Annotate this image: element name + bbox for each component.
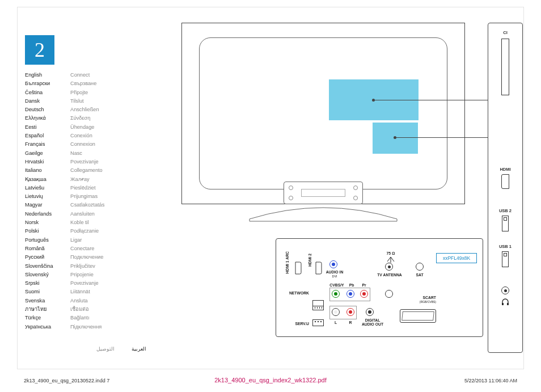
callout-line (395, 137, 498, 138)
rear-connector-panel: HDMI 1 ARC HDMI 2 AUDIO IN DVI 75 Ω TV A… (276, 238, 483, 337)
language-name: Magyar (25, 201, 70, 209)
callout-line (374, 100, 498, 100)
language-word: Aansluiten (70, 210, 95, 218)
language-row: DanskTilslut (25, 97, 144, 106)
language-word: Connexion (70, 140, 95, 149)
arabic-word: التوصيل (96, 346, 115, 352)
cvbs-port (332, 290, 340, 298)
language-word: Conectare (70, 245, 94, 253)
language-name: Українська (25, 323, 70, 331)
language-row: ภาษาไทยเชื่อมต่อ (25, 305, 144, 314)
language-name: Deutsch (25, 106, 70, 114)
language-name: English (25, 71, 70, 79)
language-word: Ligar (70, 236, 82, 245)
language-name: Slovenský (25, 271, 70, 279)
language-word: Podłączanie (70, 227, 99, 235)
sat-port (416, 263, 424, 271)
language-row: DeutschAnschließen (25, 106, 144, 114)
language-name: Русский (25, 253, 70, 262)
language-name: ภาษาไทย (25, 305, 70, 314)
language-row: NorskKoble til (25, 218, 144, 227)
hdmi1-port (295, 262, 302, 275)
language-word: Подключение (70, 253, 103, 262)
scart-label: SCART (RGB/CVBS) (408, 296, 436, 304)
ethernet-port (312, 300, 324, 310)
language-name: Български (25, 79, 70, 88)
audio-in-sub-label: DVI (325, 275, 344, 278)
language-name: Қазақша (25, 175, 70, 184)
language-row: EspañolConexión (25, 132, 144, 140)
language-name: Hrvatski (25, 158, 70, 166)
digital-audio-port (366, 308, 374, 316)
language-word: เชื่อมต่อ (70, 305, 89, 314)
svg-rect-1 (507, 303, 509, 305)
usb1-port (502, 251, 509, 267)
language-name: Polski (25, 227, 70, 235)
language-word: Priključitev (70, 262, 95, 271)
arabic-lang: العربية (132, 346, 146, 352)
language-row: LatviešuPieslēdziet (25, 184, 144, 192)
language-row: SuomiLiitännät (25, 288, 144, 296)
language-row: NederlandsAansluiten (25, 210, 144, 218)
tv-outline (181, 23, 465, 204)
audio-in-port (329, 260, 337, 268)
sat-label: SAT (411, 273, 428, 277)
headphone-icon (488, 298, 522, 307)
language-name: Français (25, 140, 70, 149)
language-row: SlovenskýPripojenie (25, 271, 144, 279)
usb1-label: USB 1 (488, 244, 522, 249)
language-row: ItalianoCollegamento (25, 166, 144, 175)
tv-antenna-label: TV ANTENNA (374, 273, 405, 277)
language-name: Türkçe (25, 314, 70, 322)
language-row: ҚазақшаЖалғау (25, 175, 144, 184)
language-name: Português (25, 236, 70, 245)
antenna-ohm-label: 75 Ω (379, 251, 402, 255)
language-word: Ühendage (70, 123, 94, 132)
step-number: 2 (35, 38, 45, 62)
language-name: Srpski (25, 279, 70, 288)
language-row: EnglishConnect (25, 71, 144, 79)
language-row: БългарскиСвързване (25, 79, 144, 88)
language-word: Connect (70, 71, 90, 79)
language-word: Koble til (70, 218, 89, 227)
language-table: EnglishConnectБългарскиСвързванеČeštinaP… (25, 71, 144, 331)
tv-stand-neck (284, 182, 363, 204)
servu-label: SERV.U (286, 322, 309, 326)
language-name: Slovenščina (25, 262, 70, 271)
language-word: Liitännät (70, 288, 90, 296)
language-row: SlovenščinaPriključitev (25, 262, 144, 271)
antenna-port (385, 263, 393, 271)
language-name: Svenska (25, 297, 70, 305)
language-word: Povezivanje (70, 158, 99, 166)
pb-port (346, 290, 354, 298)
language-row: GaeilgeNasc (25, 149, 144, 158)
usb2-label: USB 2 (488, 208, 522, 213)
language-word: Připojte (70, 88, 88, 97)
language-word: Підключення (70, 323, 102, 331)
language-name: Norsk (25, 218, 70, 227)
language-word: Prijungimas (70, 192, 98, 201)
language-word: Свързване (70, 79, 96, 88)
digital-audio-label: DIGITAL AUDIO OUT (360, 318, 385, 326)
audio-l-label: L (332, 321, 340, 324)
hdmi2-label: HDMI 2 (308, 254, 312, 267)
scart-port (400, 309, 436, 323)
language-row: УкраїнськаПідключення (25, 323, 144, 331)
pr-port (360, 290, 368, 298)
arabic-row: العربية التوصيل (96, 346, 146, 352)
language-row: HrvatskiPovezivanje (25, 158, 144, 166)
language-row: FrançaisConnexion (25, 140, 144, 149)
step-number-box: 2 (25, 35, 54, 65)
language-word: Anschließen (70, 106, 99, 114)
audio-r-port (346, 308, 354, 316)
language-row: SvenskaAnsluta (25, 297, 144, 305)
language-word: Pripojenie (70, 271, 94, 279)
pb-label: Pb (346, 283, 357, 287)
language-word: Povezivanje (70, 279, 99, 288)
language-name: Nederlands (25, 210, 70, 218)
language-name: Suomi (25, 288, 70, 296)
language-word: Collegamento (70, 166, 103, 175)
side-hdmi-label: HDMI (488, 167, 522, 172)
language-name: Română (25, 245, 70, 253)
audio-l-port (332, 308, 340, 316)
